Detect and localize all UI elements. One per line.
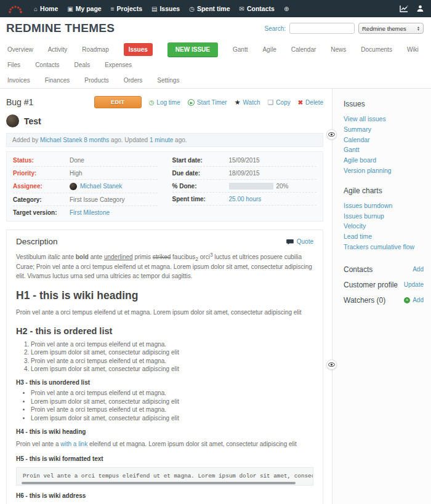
nav-projects[interactable]: ≡ Projects [111,5,142,12]
sidebar-link-gantt[interactable]: Gantt [344,145,424,155]
sidebar-link-summary[interactable]: Summary [344,124,424,135]
user-account-icon[interactable] [417,5,424,12]
wiki-h6: H6 - this is wiki address [16,492,313,499]
target-version-link[interactable]: First Milestone [70,209,110,216]
wiki-h1-paragraph: Proin vel ante a orci tempus eleifend ut… [16,308,313,318]
start-date-label: Start date: [172,157,229,164]
copy-link[interactable]: ❏ Copy [267,98,290,106]
sidebar-link-view-all-issues[interactable]: View all issues [344,114,424,124]
meta-text: ago. [173,137,187,143]
project-tabs: Overview Activity Roadmap Issues NEW ISS… [0,38,431,89]
sidebar-issues-title: Issues [344,100,424,108]
tab-orders[interactable]: Orders [124,73,143,88]
tab-overview[interactable]: Overview [7,42,33,57]
toggle-sidebar-eye-icon-2[interactable] [326,359,337,370]
plus-circle-icon: ⊕ [284,6,289,12]
code-horizontal-scrollbar[interactable] [22,482,296,484]
sidebar-link-issues-burndown[interactable]: Issues burndown [344,201,424,211]
sidebar-link-velocity[interactable]: Velocity [344,221,424,231]
tab-settings[interactable]: Settings [157,73,179,88]
tab-products[interactable]: Products [84,73,108,88]
attr-row-start-date: Start date: 15/09/2015 [172,154,317,167]
wiki-h4-paragraph: Proin vel ante a with a link eleifend ut… [16,440,313,449]
tab-expenses[interactable]: Expenses [105,57,132,73]
watchers-add-label: Add [413,297,424,303]
tab-documents[interactable]: Documents [361,42,392,57]
search-label: Search: [265,25,286,32]
redmine-logo-icon[interactable] [7,4,23,14]
nav-more[interactable]: ⊕ [284,6,289,12]
sidebar-link-version-planning[interactable]: Version planning [344,166,424,176]
search-input[interactable] [289,23,355,34]
delete-x-icon: ✖ [298,99,303,106]
ordered-item: Lorem ipsum dolor sit amet, consectetur … [31,349,313,356]
tab-finances[interactable]: Finances [45,73,70,88]
tab-deals[interactable]: Deals [75,57,91,73]
tab-news[interactable]: News [331,42,346,57]
nav-spent-time-label: Spent time [197,5,230,12]
wiki-ordered-list: Proin vel ante a orci tempus eleifend ut… [16,341,313,373]
sidebar-link-calendar[interactable]: Calendar [344,135,424,145]
edit-button[interactable]: EDIT [94,96,142,108]
ordered-item: Proin vel ante a orci tempus eleifend ut… [31,358,313,364]
tab-wiki[interactable]: Wiki [407,42,419,57]
tab-agile[interactable]: Agile [262,42,276,57]
reports-chart-icon[interactable] [400,5,408,12]
delete-link[interactable]: ✖ Delete [298,99,323,106]
customer-profile-update-link[interactable]: Update [404,281,424,288]
unordered-item: Proin vel ante a orci tempus eleifend ut… [31,406,313,413]
nav-contacts[interactable]: ✉ Contacts [240,5,275,12]
wiki-inline-link[interactable]: with a link [60,441,87,447]
meta-text: ago. Updated [109,137,150,143]
assignee-label: Assignee: [13,183,70,190]
issue-id: Bug #1 [6,97,33,107]
home-icon: ⌂ [34,6,38,12]
description-intro: Vestibulum italic ante bold ante underli… [16,251,313,281]
tab-files[interactable]: Files [7,57,20,73]
tab-gantt[interactable]: Gantt [233,42,248,57]
nav-my-page[interactable]: ▣ My page [67,5,101,12]
quote-link[interactable]: Quote [286,238,313,245]
assignee-link[interactable]: Michael Stanek [80,183,122,190]
top-navbar: ⌂ Home ▣ My page ≡ Projects ▤ Issues ◷ S… [0,0,431,17]
wiki-h1: H1 - this is wiki heading [16,289,313,302]
start-timer-link[interactable]: ▶ Start Timer [188,99,227,106]
nav-home[interactable]: ⌂ Home [34,5,58,12]
watch-link[interactable]: ★ Watch [235,98,260,106]
sidebar-link-trackers-cumulative-flow[interactable]: Trackers cumulative flow [344,242,424,252]
toggle-sidebar-eye-icon[interactable] [326,129,337,140]
tab-roadmap[interactable]: Roadmap [82,42,108,57]
sidebar-link-lead-time[interactable]: Lead time [344,231,424,242]
due-date-value: 18/09/2015 [229,170,260,177]
new-issue-button[interactable]: NEW ISSUE [167,42,218,57]
priority-label: Priority: [13,170,70,177]
nav-spent-time[interactable]: ◷ Spent time [189,5,230,12]
tab-calendar[interactable]: Calendar [291,42,316,57]
author-avatar [6,114,19,127]
issue-subject: Test [24,116,41,126]
attr-row-priority: Priority: High [13,167,158,180]
project-selector[interactable]: Redmine themes ▲▼ [358,23,424,34]
wiki-code-block: Proin vel ante a orci tempus eleifend ut… [16,467,313,486]
sidebar-link-issues-burnup[interactable]: Issues burnup [344,211,424,222]
watch-label: Watch [243,99,260,106]
tab-issues[interactable]: Issues [124,43,153,56]
my-page-icon: ▣ [67,6,73,12]
sidebar-link-agile-board[interactable]: Agile board [344,155,424,166]
contacts-add-link[interactable]: Add [413,266,424,273]
author-link[interactable]: Michael Stanek 8 months [40,137,109,143]
watchers-add-link[interactable]: + Add [404,297,424,303]
updated-link[interactable]: 1 minute [150,137,173,143]
tab-invoices[interactable]: Invoices [7,73,30,88]
nav-issues[interactable]: ▤ Issues [151,5,180,12]
log-time-link[interactable]: ◷ Log time [149,99,180,106]
tab-contacts[interactable]: Contacts [35,57,59,73]
tab-activity[interactable]: Activity [48,42,68,57]
category-value: First Issue Category [70,196,124,203]
issue-attributes: Status: Done Priority: High Assignee: Mi… [6,151,323,222]
attr-row-spent-time: Spent time: 25.00 hours [172,193,317,206]
description-title: Description [16,237,58,246]
clock-icon: ◷ [149,99,155,106]
wiki-h4: H4 - this is wiki heading [16,428,313,435]
spent-time-link[interactable]: 25.00 hours [229,196,262,202]
